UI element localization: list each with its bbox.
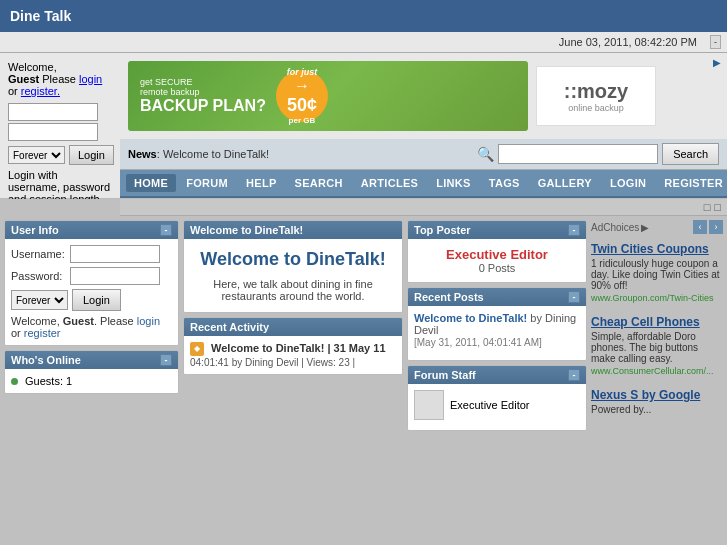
top-poster-header: Top Poster - xyxy=(408,221,586,239)
news-text: News: Welcome to DineTalk! xyxy=(128,148,477,160)
login-link-panel[interactable]: login xyxy=(137,315,160,327)
poster-name[interactable]: Executive Editor xyxy=(416,247,578,262)
top-poster-collapse[interactable]: - xyxy=(568,224,580,236)
search-button[interactable]: Search xyxy=(662,143,719,165)
window-icon-2[interactable]: □ xyxy=(714,201,721,213)
nav-home[interactable]: HOME xyxy=(126,174,176,192)
backup-plan-text: BACKUP PLAN? xyxy=(140,97,266,115)
staff-avatar xyxy=(414,390,444,420)
recent-post-item: Welcome to DineTalk! by Dining Devil [Ma… xyxy=(414,312,580,348)
nav-help[interactable]: HELP xyxy=(238,174,285,192)
ad-title-0[interactable]: Twin Cities Coupons xyxy=(591,242,723,256)
welcome-text: Welcome, Guest Please login or register. xyxy=(8,61,112,97)
nav-search[interactable]: SEARCH xyxy=(287,174,351,192)
login-link[interactable]: login xyxy=(79,73,102,85)
arrow-icon: → xyxy=(294,77,310,95)
username-input-left[interactable] xyxy=(8,103,98,121)
password-input-left[interactable] xyxy=(8,123,98,141)
mozy-logo[interactable]: ::mozy online backup xyxy=(536,66,656,126)
recent-post-date: [May 31, 2011, 04:01:41 AM] xyxy=(414,337,542,348)
backup-banner[interactable]: get SECURE remote backup BACKUP PLAN? fo… xyxy=(128,61,528,131)
nav-forum[interactable]: FORUM xyxy=(178,174,236,192)
post-icon: ◆ xyxy=(190,342,204,356)
adchoices-label: AdChoices ▶ xyxy=(591,222,649,233)
columns: User Info - Username: Password: xyxy=(0,216,727,435)
session-select[interactable]: Forever xyxy=(11,290,68,310)
register-link[interactable]: register. xyxy=(21,85,60,97)
window-icon-1[interactable]: □ xyxy=(704,201,711,213)
nav-gallery[interactable]: GALLERY xyxy=(530,174,600,192)
password-label: Password: xyxy=(11,270,66,282)
nav-tags[interactable]: TAGS xyxy=(481,174,528,192)
whos-online-body: Guests: 1 xyxy=(5,369,178,393)
left-sidebar: Welcome, Guest Please login or register.… xyxy=(0,53,120,213)
price-text: 50¢ xyxy=(287,95,317,116)
adchoices-icon: ▶ xyxy=(641,222,649,233)
search-icon: 🔍 xyxy=(477,146,494,162)
datetime-text: June 03, 2011, 08:42:20 PM xyxy=(559,36,697,48)
whos-online-panel: Who's Online - Guests: 1 xyxy=(4,350,179,394)
collapse-button[interactable]: - xyxy=(710,35,721,49)
password-field[interactable] xyxy=(70,267,160,285)
ad-url-1: www.ConsumerCellular.com/... xyxy=(591,366,723,376)
login-button-left[interactable]: Login xyxy=(69,145,114,165)
news-bar: News: Welcome to DineTalk! 🔍 Search xyxy=(120,139,727,170)
ad-body-0: 1 ridiculously huge coupon a day. Like d… xyxy=(591,258,723,291)
recent-posts-header: Recent Posts - xyxy=(408,288,586,306)
main-content: □ □ User Info - Username: xyxy=(0,199,727,435)
register-link-panel[interactable]: register xyxy=(24,327,61,339)
ads-header: AdChoices ▶ ‹ › xyxy=(591,220,723,234)
mid-post-body: ◆ Welcome to DineTalk! | 31 May 11 04:01… xyxy=(184,336,402,374)
guests-count: Guests: 1 xyxy=(25,375,72,387)
ad-title-2[interactable]: Nexus S by Google xyxy=(591,388,723,402)
user-info-header: User Info - xyxy=(5,221,178,239)
col-right: Top Poster - Executive Editor 0 Posts Re… xyxy=(407,220,587,431)
poster-posts: 0 Posts xyxy=(416,262,578,274)
session-select-left[interactable]: Forever xyxy=(8,146,65,164)
recent-post-title[interactable]: Welcome to DineTalk! xyxy=(414,312,527,324)
post-title[interactable]: Welcome to DineTalk! | 31 May 11 xyxy=(211,342,385,354)
ad-body-1: Simple, affordable Doro phones. The big … xyxy=(591,331,723,364)
top-poster-panel: Top Poster - Executive Editor 0 Posts xyxy=(407,220,587,283)
app-header: Dine Talk xyxy=(0,0,727,32)
nav-links[interactable]: LINKS xyxy=(428,174,479,192)
username-field[interactable] xyxy=(70,245,160,263)
welcome-panel: Welcome to DineTalk! Welcome to DineTalk… xyxy=(183,220,403,313)
recent-posts-collapse[interactable]: - xyxy=(568,291,580,303)
staff-name[interactable]: Executive Editor xyxy=(450,399,529,411)
col-left: User Info - Username: Password: xyxy=(4,220,179,431)
top-bar-main: □ □ xyxy=(120,199,727,216)
nav-articles[interactable]: ARTICLES xyxy=(353,174,426,192)
app-title: Dine Talk xyxy=(10,8,71,24)
ads-next-button[interactable]: › xyxy=(709,220,723,234)
ads-prev-button[interactable]: ‹ xyxy=(693,220,707,234)
mozy-brand: ::mozy xyxy=(564,80,628,103)
right-content: ▶ get SECURE remote backup BACKUP PLAN? … xyxy=(120,53,727,198)
welcome-guest-text: Welcome, Guest. Please login or register xyxy=(11,315,172,339)
recent-posts-body: Welcome to DineTalk! by Dining Devil [Ma… xyxy=(408,306,586,360)
welcome-desc: Here, we talk about dining in fine resta… xyxy=(194,278,392,302)
nav-register[interactable]: REGISTER xyxy=(656,174,727,192)
password-row: Password: xyxy=(11,267,172,285)
mid-post-header: Recent Activity xyxy=(184,318,402,336)
nav-bar: HOME FORUM HELP SEARCH ARTICLES LINKS TA… xyxy=(120,170,727,198)
search-input[interactable] xyxy=(498,144,658,164)
for-just-text: for just xyxy=(287,67,318,77)
login-button[interactable]: Login xyxy=(72,289,121,311)
per-gb-text: per GB xyxy=(289,116,316,125)
whos-online-collapse[interactable]: - xyxy=(160,354,172,366)
mozy-sub: online backup xyxy=(568,103,624,113)
col-mid: Welcome to DineTalk! Welcome to DineTalk… xyxy=(183,220,403,431)
user-info-collapse[interactable]: - xyxy=(160,224,172,236)
search-area: 🔍 Search xyxy=(477,143,719,165)
forum-staff-collapse[interactable]: - xyxy=(568,369,580,381)
nav-login[interactable]: LOGIN xyxy=(602,174,654,192)
ad-title-1[interactable]: Cheap Cell Phones xyxy=(591,315,723,329)
user-info-body: Username: Password: Forever Login xyxy=(5,239,178,345)
ad-arrow-icon: ▶ xyxy=(713,57,721,68)
ad-item-0: Twin Cities Coupons 1 ridiculously huge … xyxy=(591,242,723,303)
ads-nav-buttons: ‹ › xyxy=(693,220,723,234)
top-section: Welcome, Guest Please login or register.… xyxy=(0,53,727,199)
login-row: Forever Login xyxy=(11,289,172,311)
col-ads: AdChoices ▶ ‹ › Twin Cities Coupons 1 ri… xyxy=(591,220,723,431)
